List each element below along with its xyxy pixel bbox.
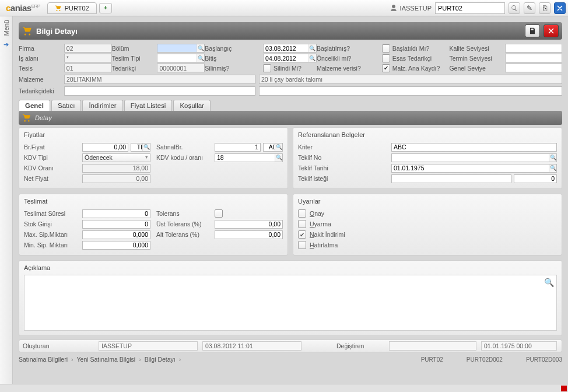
kriter-input[interactable] <box>391 143 557 152</box>
firma-input[interactable] <box>64 44 112 52</box>
aciklama-title: Açıklama <box>24 264 557 271</box>
hatirlatma-checkbox[interactable] <box>298 241 306 249</box>
malzeme-label: Malzeme <box>19 76 64 83</box>
tekliftarihi-input[interactable] <box>391 164 557 173</box>
tab-kosullar[interactable]: Koşullar <box>173 100 211 111</box>
lookup-icon[interactable]: 🔍 <box>142 144 150 151</box>
referans-title: Referanslanan Belgeler <box>298 131 557 138</box>
kdvtipi-select[interactable]: Ödenecek <box>82 153 150 162</box>
kdvkodu-input[interactable] <box>215 153 283 162</box>
teslimat-suresi-input[interactable] <box>82 209 150 218</box>
appbar-close-button[interactable] <box>554 2 566 14</box>
lookup-icon[interactable]: 🔍 <box>549 164 556 172</box>
degistiren-value <box>389 341 476 351</box>
status-b: PURT02D002 <box>467 356 503 363</box>
lookup-icon[interactable]: 🔍 <box>308 54 316 62</box>
person-icon <box>390 4 398 12</box>
crumb-b[interactable]: Yeni Satınalma Bilgisi <box>77 356 136 363</box>
baslatildi-mi-checkbox[interactable] <box>382 44 390 52</box>
lookup-icon[interactable]: 🔍 <box>197 44 204 52</box>
tab-satici[interactable]: Satıcı <box>51 100 81 111</box>
referans-panel: Referanslanan Belgeler Kriter Teklif No🔍… <box>293 127 562 189</box>
olusturan-time <box>202 341 301 351</box>
cart-icon <box>22 113 31 123</box>
lookup-icon[interactable]: 🔍 <box>275 144 282 151</box>
tesis-label: Tesis <box>19 65 64 72</box>
ust-tolerans-input[interactable] <box>215 220 283 229</box>
tab-strip: Genel Satıcı İndirimler Fiyat Listesi Ko… <box>19 100 562 111</box>
left-menu-label: Menü <box>3 20 10 36</box>
teklifno-input[interactable] <box>391 153 557 162</box>
crumb-c[interactable]: Bilgi Detayı <box>145 356 176 363</box>
lookup-icon[interactable]: 🔍 <box>275 154 282 162</box>
tolerans-checkbox[interactable] <box>215 209 223 218</box>
teslimat-title: Teslimat <box>24 198 283 205</box>
olusturan-value <box>99 341 198 351</box>
search-icon <box>511 5 518 12</box>
brfiyat-input[interactable] <box>82 143 128 152</box>
kalite-input[interactable] <box>505 44 562 52</box>
kdvorani-input <box>82 164 150 173</box>
tab-genel[interactable]: Genel <box>19 100 50 111</box>
lookup-icon[interactable]: 🔍 <box>549 154 556 162</box>
uyarilar-panel: Uyarılar Onay Uyarma Nakit İndirimi Hatı… <box>293 194 562 256</box>
satinalbr-input[interactable] <box>215 143 261 152</box>
nakit-indirimi-checkbox[interactable] <box>298 230 306 239</box>
tedarikcideki-input-a[interactable] <box>64 86 255 96</box>
search-button[interactable] <box>509 2 520 14</box>
malzeme-desc-input[interactable] <box>259 75 562 84</box>
left-menu-handle[interactable]: Menü ➔ <box>0 16 13 384</box>
degistiren-time <box>481 341 557 351</box>
termin-input[interactable] <box>505 54 562 62</box>
degistiren-label: Değiştiren <box>336 342 389 349</box>
stok-girisi-input[interactable] <box>82 220 150 229</box>
teklifistegi-input-b[interactable] <box>514 174 557 183</box>
onay-checkbox[interactable] <box>298 209 306 218</box>
expand-icon: ➔ <box>3 41 9 48</box>
module-tab[interactable]: PURT02 <box>47 2 97 14</box>
aciklama-textarea[interactable]: 🔍 <box>24 275 557 331</box>
close-icon <box>556 4 564 12</box>
malz-ana-checkbox[interactable] <box>382 64 390 72</box>
save-button[interactable] <box>525 24 540 37</box>
cart-icon <box>22 26 33 36</box>
alt-tolerans-input[interactable] <box>215 230 283 239</box>
netfiyat-input <box>82 174 150 183</box>
status-c: PURT02D003 <box>526 356 562 363</box>
app-search-input[interactable] <box>435 2 505 14</box>
olusturan-label: Oluşturan <box>23 342 99 349</box>
lookup-icon[interactable]: 🔍 <box>197 54 204 62</box>
aciklama-panel: Açıklama 🔍 <box>19 260 562 336</box>
tedarikcideki-label: Tedarikçideki <box>19 88 64 94</box>
malzeme-input[interactable] <box>64 75 255 84</box>
teklifistegi-input-a[interactable] <box>391 174 511 183</box>
close-module-button[interactable] <box>544 24 559 37</box>
tedarikcideki-input-b[interactable] <box>259 86 562 96</box>
malzeme-verisi-label: Malzeme verisi? <box>317 65 382 72</box>
app-logo: caniasERP <box>2 3 44 13</box>
appbar-action-1[interactable]: ✎ <box>524 2 535 14</box>
isalani-input[interactable] <box>64 54 112 62</box>
esas-tedarikci-checkbox[interactable] <box>382 54 390 62</box>
silindi-mi-checkbox[interactable] <box>263 64 271 72</box>
status-indicator <box>561 386 567 391</box>
tab-fiyat-listesi[interactable]: Fiyat Listesi <box>124 100 173 111</box>
lookup-icon[interactable]: 🔍 <box>308 44 316 52</box>
genel-seviye-input[interactable] <box>505 64 562 72</box>
uyarma-checkbox[interactable] <box>298 220 306 228</box>
module-header: Bilgi Detayı <box>19 22 562 40</box>
zoom-icon[interactable]: 🔍 <box>544 278 554 287</box>
bitis-label: Bitiş <box>205 55 263 62</box>
min-sip-input[interactable] <box>82 241 150 250</box>
header-form: Firma Bölüm 🔍 Başlangıç 🔍 Başlatılmış? B… <box>19 43 562 96</box>
tab-indirimler[interactable]: İndirimler <box>82 100 122 111</box>
uyarilar-title: Uyarılar <box>298 198 557 205</box>
tedarikci-input[interactable] <box>157 64 205 72</box>
add-tab-button[interactable]: + <box>99 3 112 13</box>
appbar-action-2[interactable]: ⎘ <box>539 2 551 14</box>
tesis-input[interactable] <box>64 64 112 72</box>
audit-row: Oluşturan Değiştiren <box>19 340 562 352</box>
teslimat-panel: Teslimat Teslimat Süresi Stok Girişi Max… <box>19 194 288 256</box>
crumb-a[interactable]: Satınalma Bilgileri <box>19 356 68 363</box>
max-sip-input[interactable] <box>82 230 150 239</box>
